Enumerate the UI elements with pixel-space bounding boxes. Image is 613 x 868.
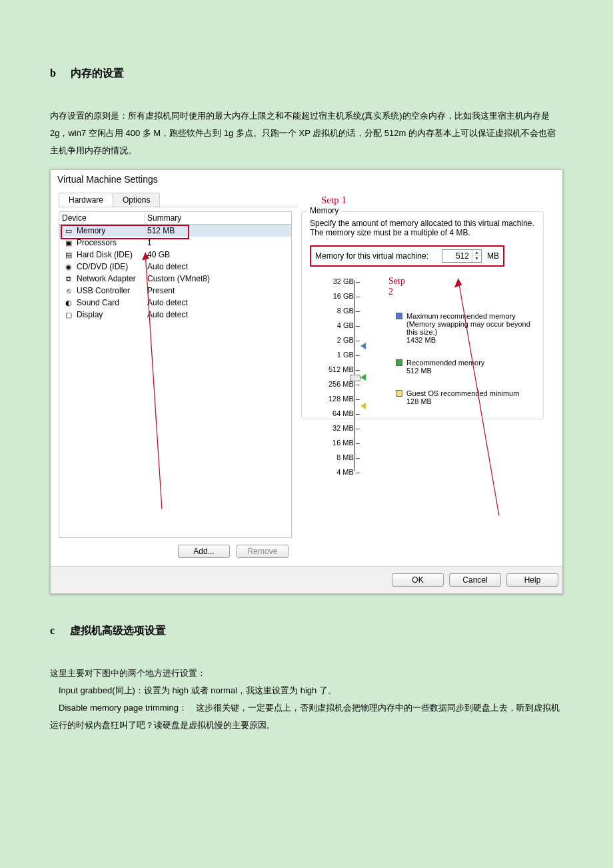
device-summary: 512 MB bbox=[145, 225, 291, 237]
hdd-icon: ▤ bbox=[63, 250, 74, 259]
slider-tick-label: 4 MB – bbox=[320, 468, 360, 476]
memory-icon: ▭ bbox=[63, 226, 74, 235]
section-c-p3: Disable memory page trimming： 这步很关键，一定要点… bbox=[50, 699, 563, 734]
device-summary: 1 bbox=[145, 237, 291, 249]
step1-annotation: Setp 1 bbox=[321, 195, 346, 206]
section-c-id: c bbox=[50, 625, 55, 636]
device-name: Memory bbox=[77, 226, 105, 235]
device-summary: Auto detect bbox=[145, 261, 291, 273]
device-name: Sound Card bbox=[77, 298, 119, 307]
legend-max-label: Maximum recommended memory bbox=[406, 312, 535, 320]
memory-input-label: Memory for this virtual machine: bbox=[315, 251, 438, 261]
right-panel: Memory Specify the amount of memory allo… bbox=[301, 211, 544, 558]
device-summary: Present bbox=[145, 285, 291, 297]
col-summary-header: Summary bbox=[145, 212, 291, 224]
tab-hardware[interactable]: Hardware bbox=[59, 193, 113, 207]
device-row[interactable]: ⧉Network AdapterCustom (VMnet8) bbox=[59, 273, 291, 285]
slider-tick-label: 2 GB – bbox=[320, 336, 360, 344]
section-b-paragraph: 内存设置的原则是：所有虚拟机同时使用的最大内存上限之和不能超过宿主机系统(真实系… bbox=[50, 107, 563, 159]
tabs-row: Hardware Options Setp 1 bbox=[59, 193, 544, 207]
device-row[interactable]: ▣Processors1 bbox=[59, 237, 291, 249]
remove-button[interactable]: Remove bbox=[237, 545, 289, 558]
legend-min-value: 128 MB bbox=[406, 397, 519, 405]
dialog-bottom-buttons: OK Cancel Help bbox=[51, 566, 562, 593]
section-c-p2: Input grabbed(同上)：设置为 high 或者 normal，我这里… bbox=[50, 682, 563, 699]
device-name: USB Controller bbox=[77, 286, 130, 295]
slider-tick-label: 8 MB – bbox=[320, 453, 360, 461]
section-c-heading: c 虚拟机高级选项设置 bbox=[50, 624, 563, 638]
marker-min-icon bbox=[360, 403, 366, 409]
section-c: c 虚拟机高级选项设置 这里主要对下图中的两个地方进行设置： Input gra… bbox=[50, 624, 563, 734]
display-icon: ▢ bbox=[63, 310, 74, 319]
device-row[interactable]: ▢DisplayAuto detect bbox=[59, 309, 291, 321]
device-row[interactable]: ▭Memory512 MB bbox=[59, 225, 291, 237]
memory-slider-area: 32 GB –16 GB –8 GB –4 GB –2 GB –1 GB –51… bbox=[310, 277, 535, 408]
device-summary: Auto detect bbox=[145, 309, 291, 321]
cancel-button[interactable]: Cancel bbox=[449, 573, 501, 587]
panels: Device Summary ▭Memory512 MB▣Processors1… bbox=[59, 211, 544, 558]
dialog-body: Hardware Options Setp 1 Device Summary ▭… bbox=[51, 187, 562, 566]
legend-max-value: 1432 MB bbox=[406, 336, 535, 344]
legend-rec-label: Recommended memory bbox=[406, 359, 484, 367]
legend-max-note: (Memory swapping may occur beyond this s… bbox=[406, 320, 535, 336]
spinner-arrows[interactable]: ▲ ▼ bbox=[472, 250, 481, 262]
vm-settings-screenshot: Virtual Machine Settings Hardware Option… bbox=[50, 169, 563, 594]
legend-min: Guest OS recommended minimum 128 MB bbox=[396, 389, 535, 405]
section-b-id: b bbox=[50, 67, 56, 79]
device-list[interactable]: Device Summary ▭Memory512 MB▣Processors1… bbox=[59, 211, 292, 538]
cpu-icon: ▣ bbox=[63, 238, 74, 247]
slider-tick-label: 4 GB – bbox=[320, 321, 360, 329]
spinner-up-icon[interactable]: ▲ bbox=[472, 250, 481, 256]
spinner-down-icon[interactable]: ▼ bbox=[472, 256, 481, 262]
slider-tick-label: 32 MB – bbox=[320, 424, 360, 432]
slider-tick-label: 16 MB – bbox=[320, 439, 360, 447]
slider-tick-label: 1 GB – bbox=[320, 351, 360, 359]
marker-max-icon bbox=[360, 343, 366, 349]
device-row[interactable]: ◉CD/DVD (IDE)Auto detect bbox=[59, 261, 291, 273]
device-name: Network Adapter bbox=[77, 274, 136, 283]
nic-icon: ⧉ bbox=[63, 274, 74, 283]
device-name: Display bbox=[77, 310, 103, 319]
col-device-header: Device bbox=[59, 212, 145, 224]
section-c-p1: 这里主要对下图中的两个地方进行设置： bbox=[50, 665, 563, 682]
slider-tick-label: 8 GB – bbox=[320, 307, 360, 315]
legend-rec: Recommended memory 512 MB bbox=[396, 359, 535, 375]
slider-tick-label: 32 GB – bbox=[320, 277, 360, 285]
swatch-blue-icon bbox=[396, 313, 402, 319]
step2-annotation: Setp 2 bbox=[388, 276, 405, 297]
memory-input[interactable] bbox=[442, 250, 472, 262]
add-button[interactable]: Add... bbox=[178, 545, 230, 558]
memory-input-row: Memory for this virtual machine: ▲ ▼ MB bbox=[310, 245, 504, 267]
usb-icon: ⎋ bbox=[63, 286, 74, 295]
device-summary: Auto detect bbox=[145, 297, 291, 309]
slider-tick-label: 64 MB – bbox=[320, 409, 360, 417]
device-list-header: Device Summary bbox=[59, 212, 291, 225]
tab-options[interactable]: Options bbox=[113, 193, 160, 207]
memory-slider[interactable]: 32 GB –16 GB –8 GB –4 GB –2 GB –1 GB –51… bbox=[310, 277, 380, 408]
legend-rec-value: 512 MB bbox=[406, 367, 484, 375]
slider-tick-label: 16 GB – bbox=[320, 292, 360, 300]
device-name: Hard Disk (IDE) bbox=[77, 250, 133, 259]
memory-group: Memory Specify the amount of memory allo… bbox=[301, 211, 544, 419]
device-row[interactable]: ⎋USB ControllerPresent bbox=[59, 285, 291, 297]
section-b-title: 内存的设置 bbox=[71, 67, 124, 79]
memory-unit: MB bbox=[487, 251, 499, 261]
sound-icon: ◐ bbox=[63, 298, 74, 307]
device-row[interactable]: ▤Hard Disk (IDE)40 GB bbox=[59, 249, 291, 261]
slider-tick-label: 512 MB – bbox=[320, 365, 360, 373]
window-title: Virtual Machine Settings bbox=[51, 170, 562, 187]
marker-rec-icon bbox=[360, 374, 366, 381]
section-b-heading: b 内存的设置 bbox=[50, 67, 563, 81]
device-name: Processors bbox=[77, 238, 117, 247]
ok-button[interactable]: OK bbox=[392, 573, 444, 587]
help-button[interactable]: Help bbox=[506, 573, 558, 587]
document-page: b 内存的设置 内存设置的原则是：所有虚拟机同时使用的最大内存上限之和不能超过宿… bbox=[0, 0, 613, 868]
legend-max: Maximum recommended memory (Memory swapp… bbox=[396, 312, 535, 344]
memory-spinner[interactable]: ▲ ▼ bbox=[442, 249, 482, 263]
left-buttons: Add... Remove bbox=[59, 541, 292, 558]
cd-icon: ◉ bbox=[63, 262, 74, 271]
device-row[interactable]: ◐Sound CardAuto detect bbox=[59, 297, 291, 309]
memory-desc: Specify the amount of memory allocated t… bbox=[310, 219, 535, 237]
device-summary: Custom (VMnet8) bbox=[145, 273, 291, 285]
memory-group-title: Memory bbox=[307, 206, 341, 215]
